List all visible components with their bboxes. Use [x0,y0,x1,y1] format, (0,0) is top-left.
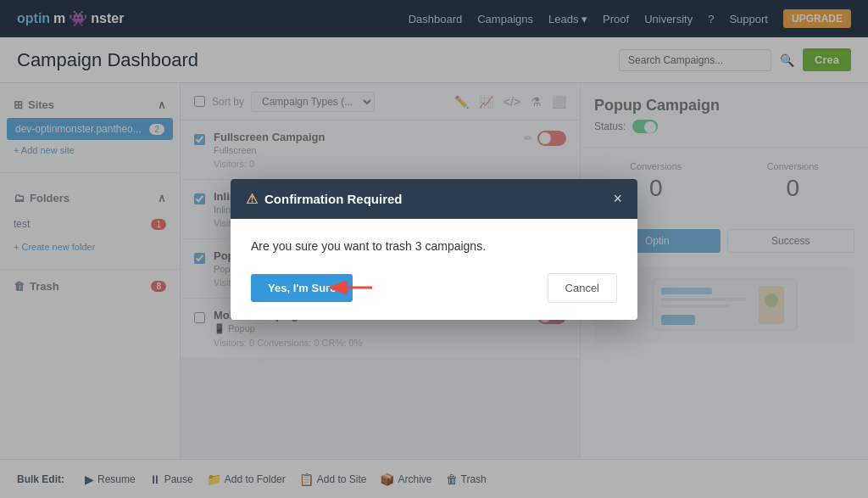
confirmation-modal: ⚠ Confirmation Required × Are you sure y… [231,179,637,320]
modal-close-button[interactable]: × [613,191,622,206]
modal-actions: Yes, I'm Sure Cancel [251,273,617,303]
modal-body: Are you sure you want to trash 3 campaig… [231,219,637,320]
cancel-button[interactable]: Cancel [548,273,617,303]
modal-overlay: ⚠ Confirmation Required × Are you sure y… [0,0,868,498]
modal-title: Confirmation Required [264,192,403,206]
modal-message: Are you sure you want to trash 3 campaig… [251,239,617,253]
modal-header: ⚠ Confirmation Required × [231,179,637,219]
arrow-indicator [326,277,376,298]
warning-icon: ⚠ [246,191,258,207]
